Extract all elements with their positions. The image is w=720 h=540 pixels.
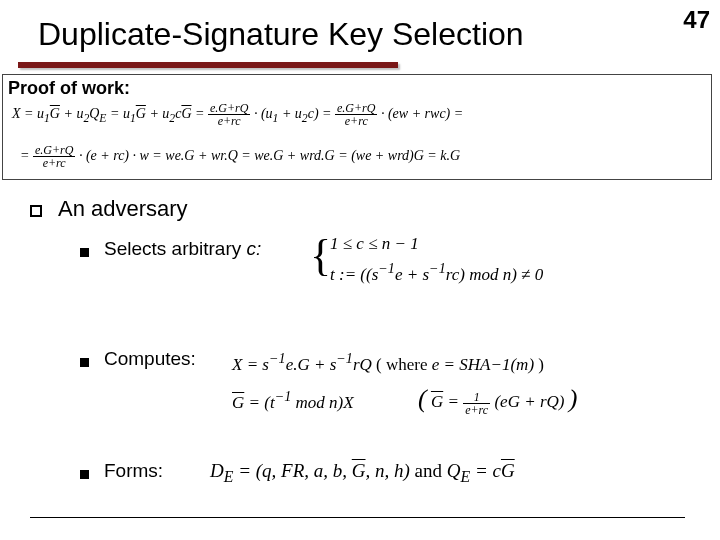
title-underline [18, 62, 398, 68]
computes-math-2b: ( G = 1e+rc (eG + rQ) ) [418, 384, 577, 416]
page-title: Duplicate-Signature Key Selection [38, 16, 524, 53]
proof-equation-line1: X = u1G + u2QE = u1G + u2cG = e.G+rQe+rc… [12, 102, 463, 127]
computes-math-2a: G = (t−1 mod n)X [232, 388, 354, 413]
bullet-filled-square-icon [80, 248, 89, 257]
forms-math: DE = (q, FR, a, b, G, n, h) and QE = cG [210, 460, 515, 486]
footer-rule [30, 517, 685, 518]
forms-label: Forms: [104, 460, 163, 482]
computes-math-1: X = s−1e.G + s−1rQ ( where e = SHA−1(m) … [232, 350, 544, 375]
selects-math-2: t := ((s−1e + s−1rc) mod n) ≠ 0 [330, 260, 543, 285]
bullet-square-icon [30, 205, 42, 217]
page-number: 47 [683, 6, 710, 34]
proof-equation-line2: = e.G+rQe+rc · (e + rc) · w = we.G + wr.… [20, 144, 460, 169]
adversary-heading: An adversary [58, 196, 188, 222]
bullet-filled-square-icon [80, 358, 89, 367]
brace-icon: { [310, 234, 331, 278]
proof-label: Proof of work: [8, 78, 130, 99]
bullet-filled-square-icon [80, 470, 89, 479]
selects-label: Selects arbitrary c: [104, 238, 261, 260]
computes-label: Computes: [104, 348, 196, 370]
selects-math-1: 1 ≤ c ≤ n − 1 [330, 234, 419, 254]
slide: 47 Duplicate-Signature Key Selection Pro… [0, 0, 720, 540]
